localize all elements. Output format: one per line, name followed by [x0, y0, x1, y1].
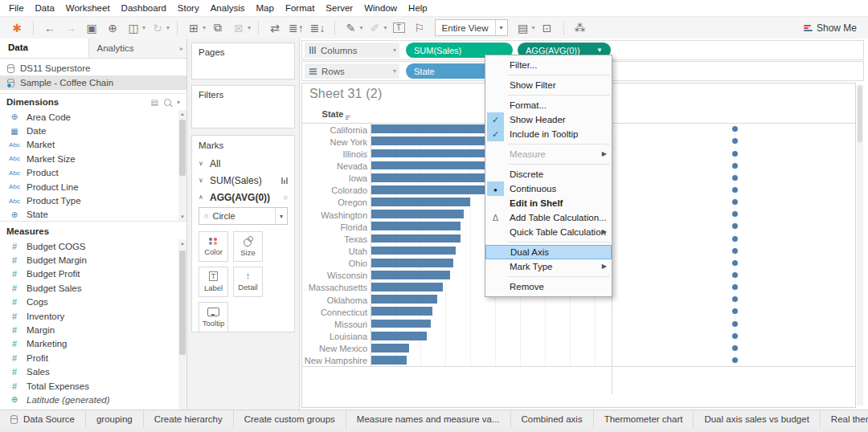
chevron-icon[interactable]: ∨ [199, 177, 205, 184]
chevron-down-icon[interactable]: ▾ [384, 24, 387, 31]
menu-item-mark-type[interactable]: Mark Type▶ [485, 259, 612, 274]
show-mark-labels-icon[interactable]: ▤ [513, 22, 534, 35]
circle-mark-utah[interactable] [732, 248, 738, 254]
chevron-down-icon[interactable]: ▾ [142, 24, 145, 31]
undo-icon[interactable]: ← [39, 22, 60, 35]
chevron-down-icon[interactable]: ▾ [495, 20, 507, 35]
scrollbar-thumb[interactable] [179, 251, 186, 355]
dimension-state[interactable]: ⊕State [0, 208, 186, 221]
menu-story[interactable]: Story [172, 0, 205, 16]
circle-mark-louisiana[interactable] [732, 333, 738, 339]
sheet-tab-dual-axis-sales-vs-budget[interactable]: Dual axis sales vs budget [694, 410, 820, 428]
measure-budget-sales[interactable]: #Budget Sales [0, 281, 186, 295]
fit-dropdown[interactable]: Entire View ▾ [435, 19, 508, 36]
bar-oklahoma[interactable] [371, 295, 437, 304]
measure-profit[interactable]: #Profit [0, 351, 186, 365]
measure-margin[interactable]: #Margin [0, 323, 186, 336]
text-label-icon[interactable]: T [393, 22, 405, 33]
add-data-source-icon[interactable]: ⊕ [102, 22, 123, 35]
row-label-colorado[interactable]: Colorado [302, 185, 367, 197]
menu-worksheet[interactable]: Worksheet [60, 0, 116, 16]
dimension-product-type[interactable]: AbcProduct Type [0, 194, 186, 207]
row-label-oregon[interactable]: Oregon [302, 197, 367, 209]
circle-mark-illinois[interactable] [732, 151, 738, 157]
marks-layer-all[interactable]: ∨All [192, 155, 294, 172]
bar-new-mexico[interactable] [371, 344, 409, 353]
scroll-down-icon[interactable]: ▼ [178, 213, 186, 221]
measure-latitude-generated[interactable]: ⊕Latitude (generated) [0, 393, 186, 406]
presentation-mode-icon[interactable]: ⊡ [537, 22, 558, 35]
chevron-down-icon[interactable]: ▾ [532, 24, 535, 31]
circle-mark-oregon[interactable] [732, 199, 738, 205]
row-label-ohio[interactable]: Ohio [302, 258, 367, 270]
scroll-up-icon[interactable]: ▲ [178, 110, 186, 118]
measure-budget-margin[interactable]: #Budget Margin [0, 253, 186, 267]
menu-item-remove[interactable]: Remove [485, 279, 612, 294]
row-label-new-york[interactable]: New York [302, 137, 367, 149]
pane-options-icon[interactable]: ▸ [177, 39, 186, 58]
menu-window[interactable]: Window [358, 0, 403, 16]
row-label-illinois[interactable]: Illinois [302, 149, 367, 161]
marks-layer-agg-avg-0[interactable]: ∧AGG(AVG(0))○ [192, 189, 294, 206]
bar-ohio[interactable] [371, 259, 453, 267]
row-label-california[interactable]: California [302, 124, 367, 137]
chevron-icon[interactable]: ∨ [199, 160, 205, 167]
tab-analytics[interactable]: Analytics [88, 39, 178, 58]
chevron-icon[interactable]: ∧ [199, 194, 205, 201]
menu-item-quick-table-calculation[interactable]: Quick Table Calculation▶ [485, 225, 612, 239]
chevron-down-icon[interactable]: ▼ [596, 47, 603, 54]
chevron-down-icon[interactable]: ▾ [393, 67, 396, 75]
run-update-icon[interactable]: ↻ [147, 22, 168, 35]
label-button[interactable]: TLabel [199, 267, 228, 297]
circle-mark-ohio[interactable] [732, 260, 738, 266]
sheet-tab-create-hierarchy[interactable]: Create hierarchy [144, 410, 234, 428]
measure-total-expenses[interactable]: #Total Expenses [0, 379, 186, 393]
bar-oregon[interactable] [371, 198, 470, 206]
row-label-connecticut[interactable]: Connecticut [302, 307, 367, 319]
bar-colorado[interactable] [371, 185, 489, 194]
row-label-iowa[interactable]: Iowa [302, 173, 367, 185]
bar-iowa[interactable] [371, 173, 501, 182]
sort-descending-icon[interactable]: ≣↓ [307, 22, 329, 35]
menu-item-show-header[interactable]: Show Header✓ [485, 112, 612, 127]
circle-mark-washington[interactable] [732, 211, 738, 217]
menu-item-edit-in-shelf[interactable]: Edit in Shelf [485, 196, 612, 210]
menu-file[interactable]: File [3, 0, 30, 16]
tab-data-source[interactable]: Data Source [0, 410, 86, 428]
row-label-utah[interactable]: Utah [302, 246, 367, 258]
scroll-up-icon[interactable]: ▲ [178, 239, 186, 247]
chevron-down-icon[interactable]: ▾ [360, 24, 363, 31]
menu-item-include-in-tooltip[interactable]: Include in Tooltip✓ [485, 127, 612, 141]
circle-mark-new-hampshire[interactable] [732, 357, 738, 363]
new-worksheet-icon[interactable]: ⊞ [183, 22, 204, 35]
pin-icon[interactable]: ⚐ [409, 22, 430, 35]
dimension-product-line[interactable]: AbcProduct Line [0, 180, 186, 194]
bar-massachusetts[interactable] [371, 283, 443, 291]
circle-mark-california[interactable] [732, 126, 738, 132]
dimension-market[interactable]: AbcMarket [0, 138, 186, 152]
scrollbar-thumb[interactable] [179, 120, 186, 176]
sort-indicator-icon[interactable] [346, 116, 350, 120]
menu-server[interactable]: Server [320, 0, 358, 16]
measure-sales[interactable]: #Sales [0, 365, 186, 379]
data-source-ds11-superstore[interactable]: DS11 Superstore [0, 61, 186, 75]
bar-florida[interactable] [371, 222, 461, 230]
menu-analysis[interactable]: Analysis [205, 0, 251, 16]
menu-item-dual-axis[interactable]: Dual Axis [485, 245, 612, 259]
row-label-louisiana[interactable]: Louisiana [302, 331, 367, 343]
search-icon[interactable] [164, 99, 171, 106]
bar-wisconsin[interactable] [371, 271, 450, 279]
marks-layer-sum-sales[interactable]: ∨SUM(Sales) [192, 172, 294, 189]
detail-button[interactable]: ⁝Detail [233, 267, 263, 297]
circle-mark-new-york[interactable] [732, 138, 738, 144]
dimension-date[interactable]: ▦Date [0, 124, 186, 137]
bar-new-hampshire[interactable] [371, 356, 407, 365]
menu-help[interactable]: Help [403, 0, 433, 16]
menu-data[interactable]: Data [30, 0, 60, 16]
tooltip-button[interactable]: Tooltip [199, 302, 228, 332]
sheet-tab-thermometer-chart[interactable]: Thermometer chart [594, 410, 694, 428]
scrollbar[interactable]: ▲▼ [178, 110, 186, 221]
sheet-tab-create-custom-groups[interactable]: Create custom groups [234, 410, 346, 428]
row-label-oklahoma[interactable]: Oklahoma [302, 295, 367, 307]
circle-mark-wisconsin[interactable] [732, 272, 738, 278]
